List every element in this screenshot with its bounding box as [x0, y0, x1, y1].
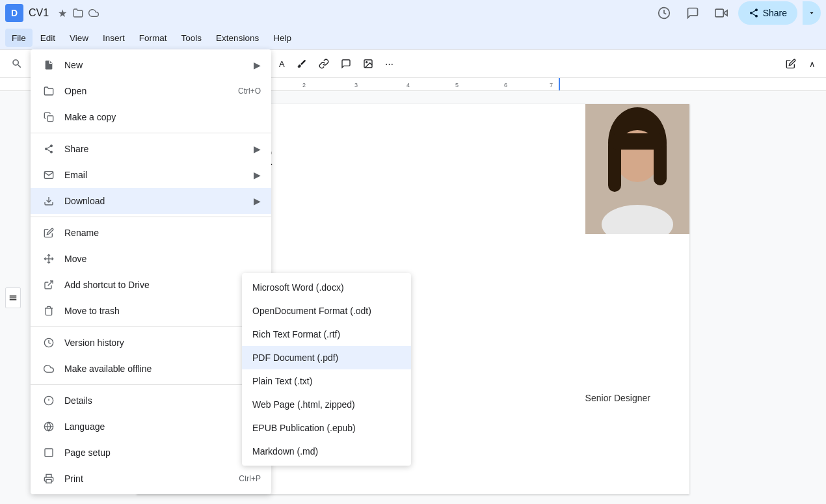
top-bar-right: Share — [652, 1, 821, 25]
menu-option-new[interactable]: New ▶ — [31, 52, 271, 78]
md-label: Markdown (.md) — [252, 446, 318, 457]
menu-option-rename[interactable]: Rename — [31, 220, 271, 246]
svg-text:3: 3 — [354, 82, 358, 88]
version-icon — [41, 338, 57, 348]
svg-text:7: 7 — [550, 82, 553, 88]
print-label: Print — [64, 473, 239, 484]
menu-file[interactable]: File — [5, 29, 33, 47]
rename-icon — [41, 228, 57, 238]
language-label: Language — [64, 421, 254, 432]
folder-icon[interactable] — [72, 7, 84, 19]
language-icon — [41, 421, 57, 432]
star-icon[interactable]: ★ — [57, 7, 68, 19]
download-txt[interactable]: Plain Text (.txt) — [242, 369, 411, 393]
svg-rect-20 — [613, 133, 662, 150]
download-epub[interactable]: EPUB Publication (.epub) — [242, 416, 411, 440]
share-menu-label: Share — [64, 144, 254, 154]
collapse-button[interactable]: ∧ — [804, 53, 821, 74]
link-button[interactable] — [313, 53, 334, 74]
epub-label: EPUB Publication (.epub) — [252, 423, 356, 433]
download-pdf[interactable]: PDF Document (.pdf) — [242, 346, 411, 369]
open-label: Open — [64, 86, 238, 96]
title-icons: ★ — [57, 7, 100, 19]
menu-option-copy[interactable]: Make a copy — [31, 104, 271, 130]
html-label: Web Page (.html, zipped) — [252, 399, 355, 410]
email-icon — [41, 170, 57, 180]
trash-label: Move to trash — [64, 306, 261, 316]
open-icon — [41, 86, 57, 96]
rename-label: Rename — [64, 228, 261, 238]
menu-option-share[interactable]: Share ▶ — [31, 136, 271, 162]
toolbar-search-icon[interactable] — [5, 52, 29, 75]
download-label: Download — [64, 196, 254, 206]
menu-option-pagesetup[interactable]: Page setup — [31, 440, 271, 466]
menu-option-print[interactable]: Print Ctrl+P — [31, 466, 271, 492]
separator-1 — [31, 133, 271, 133]
sidebar-toggle[interactable] — [5, 287, 21, 308]
copy-label: Make a copy — [64, 112, 261, 122]
menu-help[interactable]: Help — [267, 29, 298, 47]
svg-text:6: 6 — [504, 82, 507, 88]
menu-tools[interactable]: Tools — [175, 29, 209, 47]
menu-option-email[interactable]: Email ▶ — [31, 162, 271, 188]
move-label: Move — [64, 254, 261, 264]
image-button[interactable] — [358, 53, 379, 74]
app-icon: D — [5, 4, 23, 22]
menu-bar: File Edit View Insert Format Tools Exten… — [0, 26, 826, 49]
docx-label: Microsoft Word (.docx) — [252, 282, 344, 293]
offline-label: Make available offline — [64, 364, 261, 374]
odt-label: OpenDocument Format (.odt) — [252, 306, 371, 316]
edit-mode-button[interactable] — [780, 53, 801, 74]
share-button[interactable]: Share — [738, 1, 797, 25]
menu-option-details[interactable]: Details — [31, 388, 271, 414]
details-label: Details — [64, 395, 261, 406]
menu-view[interactable]: View — [63, 29, 95, 47]
menu-option-move[interactable]: Move — [31, 246, 271, 272]
menu-edit[interactable]: Edit — [34, 29, 62, 47]
comment-icon[interactable] — [681, 1, 704, 25]
details-icon — [41, 395, 57, 406]
move-icon — [41, 254, 57, 264]
share-dropdown-button[interactable] — [803, 1, 821, 25]
trash-icon — [41, 306, 57, 316]
svg-text:5: 5 — [455, 82, 459, 88]
history-icon[interactable] — [652, 1, 676, 25]
download-icon — [41, 196, 57, 206]
cloud-icon[interactable] — [88, 7, 100, 19]
download-rtf[interactable]: Rich Text Format (.rtf) — [242, 323, 411, 346]
download-md[interactable]: Markdown (.md) — [242, 440, 411, 463]
svg-text:4: 4 — [406, 82, 410, 88]
download-odt[interactable]: OpenDocument Format (.odt) — [242, 299, 411, 323]
email-label: Email — [64, 170, 254, 180]
text-color-button[interactable]: A — [274, 53, 290, 74]
profile-image — [585, 104, 689, 234]
download-docx[interactable]: Microsoft Word (.docx) — [242, 276, 411, 299]
open-shortcut: Ctrl+O — [238, 86, 261, 96]
menu-option-version[interactable]: Version history ▶ — [31, 330, 271, 356]
new-doc-icon — [41, 60, 57, 70]
menu-option-trash[interactable]: Move to trash — [31, 298, 271, 324]
highlight-button[interactable] — [291, 53, 312, 74]
menu-option-offline[interactable]: Make available offline — [31, 356, 271, 382]
download-submenu: Microsoft Word (.docx) OpenDocument Form… — [242, 273, 411, 466]
menu-option-language[interactable]: Language ▶ — [31, 414, 271, 440]
comment-inline-button[interactable] — [336, 53, 356, 74]
menu-insert[interactable]: Insert — [96, 29, 131, 47]
menu-option-shortcut[interactable]: Add shortcut to Drive — [31, 272, 271, 298]
separator-2 — [31, 217, 271, 217]
doc-title: CV1 — [29, 7, 49, 19]
svg-marker-1 — [723, 10, 727, 16]
email-arrow: ▶ — [254, 170, 261, 180]
video-icon[interactable] — [710, 1, 733, 25]
separator-4 — [31, 384, 271, 385]
download-arrow: ▶ — [254, 196, 261, 206]
print-shortcut: Ctrl+P — [239, 474, 261, 483]
menu-option-open[interactable]: Open Ctrl+O — [31, 78, 271, 104]
download-html[interactable]: Web Page (.html, zipped) — [242, 393, 411, 416]
svg-rect-31 — [45, 449, 53, 457]
menu-extensions[interactable]: Extensions — [209, 29, 265, 47]
menu-format[interactable]: Format — [133, 29, 174, 47]
more-button[interactable]: ⋯ — [380, 53, 399, 74]
menu-option-download[interactable]: Download ▶ — [31, 188, 271, 214]
share-icon — [41, 144, 57, 154]
